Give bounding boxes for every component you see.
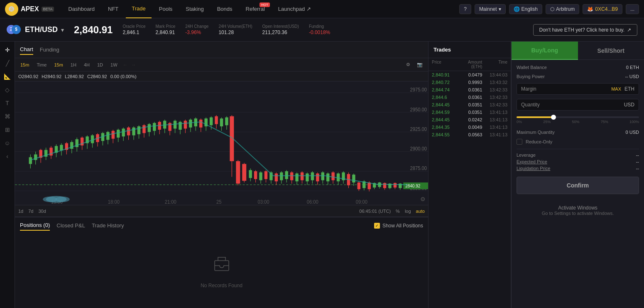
nav-staking[interactable]: Staking bbox=[180, 0, 209, 18]
trade-row: 2,844.59 0.0351 13:41:13 bbox=[429, 108, 511, 116]
buying-power-row: Buying Power -- USD bbox=[517, 74, 639, 79]
open-interest: Open Interest(USD) 211,270.36 bbox=[262, 24, 299, 35]
buy-long-tab[interactable]: Buy/Long bbox=[512, 42, 578, 60]
tab-funding[interactable]: Funding bbox=[40, 45, 59, 54]
show-all-checkbox[interactable]: ✓ bbox=[374, 223, 380, 229]
trade-row: 2,840.91 0.0479 13:44:03 bbox=[429, 71, 511, 79]
nav-pools[interactable]: Pools bbox=[153, 0, 179, 18]
combined-chart-pos: Chart Funding 15m Time 15m 1H 4H 1D 1W ←… bbox=[15, 42, 428, 308]
24h-volume: 24H Volume(ETH) 101.28 bbox=[218, 24, 252, 35]
svg-rect-157 bbox=[378, 182, 381, 187]
beta-badge: BETA bbox=[42, 7, 54, 12]
trend-tool[interactable]: 📐 bbox=[2, 71, 12, 81]
nav-launchpad[interactable]: Launchpad ↗ bbox=[272, 0, 317, 18]
svg-rect-103 bbox=[236, 161, 240, 184]
quantity-input-row[interactable]: Quantity USD bbox=[517, 99, 639, 111]
svg-text:2950.00: 2950.00 bbox=[410, 106, 427, 112]
pattern-tool[interactable]: ⌘ bbox=[2, 111, 12, 121]
confirm-button[interactable]: Confirm bbox=[517, 177, 639, 194]
svg-text:2925.00: 2925.00 bbox=[410, 126, 427, 132]
tab-closed-pl[interactable]: Closed P&L bbox=[56, 221, 85, 230]
chart-settings-btn[interactable]: ⚙ bbox=[420, 196, 426, 202]
emoji-tool[interactable]: ☺ bbox=[2, 138, 12, 148]
reduce-only-checkbox[interactable] bbox=[517, 139, 522, 145]
tf-15m-2[interactable]: 15m bbox=[52, 62, 65, 68]
svg-rect-71 bbox=[153, 123, 156, 131]
tf-1d[interactable]: 1D bbox=[95, 62, 105, 68]
tab-trade-history[interactable]: Trade History bbox=[92, 221, 124, 230]
nav-bonds[interactable]: Bonds bbox=[211, 0, 238, 18]
pair-info: Ξ $ ETH/USD ▾ bbox=[7, 25, 64, 35]
main-layout: ✛ ╱ 📐 ◇ T ⌘ ⊞ ☺ ‹ Chart Funding 15m Time… bbox=[0, 42, 644, 308]
slider-thumb[interactable] bbox=[551, 115, 556, 120]
cursor-tool[interactable]: ✛ bbox=[2, 45, 12, 55]
shape-tool[interactable]: ◇ bbox=[2, 85, 12, 95]
margin-max-btn[interactable]: MAX bbox=[611, 86, 621, 91]
sell-short-tab[interactable]: Sell/Short bbox=[578, 42, 644, 60]
collapse-sidebar[interactable]: ‹ bbox=[2, 151, 12, 161]
positions-body: No Records Found bbox=[15, 234, 428, 308]
period-1d[interactable]: 1d bbox=[18, 209, 23, 214]
auto-btn[interactable]: auto bbox=[416, 209, 425, 214]
period-30d[interactable]: 30d bbox=[39, 209, 46, 214]
period-7d[interactable]: 7d bbox=[28, 209, 33, 214]
chain-btn[interactable]: ⬡ Arbitrum bbox=[546, 4, 579, 14]
svg-rect-85 bbox=[189, 120, 192, 128]
nav-nft[interactable]: NFT bbox=[102, 0, 124, 18]
settings-btn[interactable]: ⚙ bbox=[404, 61, 412, 68]
svg-text:2900.00: 2900.00 bbox=[410, 146, 427, 152]
camera-btn[interactable]: 📷 bbox=[415, 61, 425, 68]
pct-btn[interactable]: % bbox=[396, 209, 400, 214]
tf-1w[interactable]: 1W bbox=[108, 62, 120, 68]
language-btn[interactable]: 🌐 English bbox=[509, 4, 542, 14]
svg-rect-117 bbox=[275, 173, 278, 181]
svg-text:2840.92: 2840.92 bbox=[405, 184, 420, 188]
ticker-bar: Ξ $ ETH/USD ▾ 2,840.91 Oracle Price 2,84… bbox=[0, 18, 644, 42]
svg-rect-129 bbox=[306, 173, 309, 181]
text-tool[interactable]: T bbox=[2, 98, 12, 108]
tab-positions[interactable]: Positions (0) bbox=[20, 220, 50, 231]
svg-rect-97 bbox=[220, 118, 223, 126]
nav-referral[interactable]: Referral HOT bbox=[240, 0, 271, 18]
svg-rect-23 bbox=[29, 157, 32, 164]
svg-rect-133 bbox=[316, 173, 319, 181]
tf-4h[interactable]: 4H bbox=[82, 62, 92, 68]
chart-body[interactable]: 2975.00 2950.00 2925.00 2900.00 2875.00 … bbox=[15, 81, 428, 205]
draw-tool[interactable]: ╱ bbox=[2, 58, 12, 68]
quantity-slider[interactable]: 0% 25% 50% 75% 100% bbox=[517, 115, 639, 126]
svg-text:18:00: 18:00 bbox=[108, 199, 120, 205]
more-btn[interactable]: ... bbox=[626, 4, 639, 14]
nav-trade[interactable]: Trade bbox=[126, 0, 151, 18]
show-all-positions[interactable]: ✓ Show All Positions bbox=[374, 223, 423, 229]
tf-1h[interactable]: 1H bbox=[69, 62, 78, 68]
ohlc-low: L2840.92 bbox=[65, 74, 84, 79]
svg-rect-67 bbox=[142, 125, 145, 133]
svg-rect-137 bbox=[326, 173, 329, 181]
tf-15m[interactable]: 15m bbox=[18, 62, 31, 68]
positions-section: Positions (0) Closed P&L Trade History ✓… bbox=[15, 217, 428, 308]
logo-icon: 🅐 bbox=[5, 2, 18, 16]
order-panel: Buy/Long Sell/Short Wallet Balance 0 ETH… bbox=[511, 42, 644, 308]
tf-label[interactable]: Time bbox=[34, 62, 49, 68]
margin-input-row[interactable]: Margin MAX ETH bbox=[517, 83, 639, 95]
log-btn[interactable]: log bbox=[405, 209, 411, 214]
network-btn[interactable]: Mainnet ▾ bbox=[475, 4, 506, 14]
svg-rect-147 bbox=[352, 175, 355, 182]
wallet-btn[interactable]: 🦊 0XC4...B9 bbox=[583, 4, 622, 14]
svg-rect-111 bbox=[259, 172, 262, 180]
svg-rect-89 bbox=[199, 120, 202, 128]
tab-chart[interactable]: Chart bbox=[20, 44, 33, 55]
slider-track[interactable] bbox=[517, 116, 639, 118]
buy-eth-btn[interactable]: Don't have ETH yet? Click here to buy. ↗ bbox=[533, 24, 638, 36]
liquidation-price-label[interactable]: Liquidation Price bbox=[517, 166, 550, 171]
chart-tools: ✛ ╱ 📐 ◇ T ⌘ ⊞ ☺ ‹ bbox=[0, 42, 15, 308]
help-btn[interactable]: ? bbox=[459, 4, 471, 14]
nav-dashboard[interactable]: Dashboard bbox=[62, 0, 100, 18]
expected-price-label[interactable]: Expected Price bbox=[517, 159, 547, 164]
trades-col-headers: Price Amount (ETH) Time bbox=[429, 58, 511, 71]
expand-tool[interactable]: ⊞ bbox=[2, 125, 12, 135]
logo-text: APEX bbox=[21, 5, 39, 13]
svg-text:09:00: 09:00 bbox=[356, 199, 367, 205]
pair-dropdown[interactable]: ▾ bbox=[61, 27, 64, 33]
ohlc-close: C2840.92 bbox=[87, 74, 107, 79]
